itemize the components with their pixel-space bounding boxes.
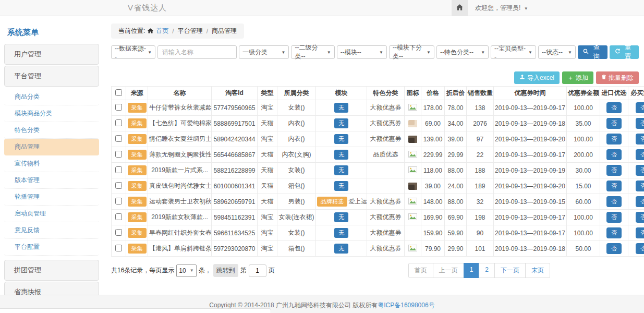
breadcrumb-home-link[interactable]: 首页 <box>156 27 168 35</box>
import-select-toggle[interactable]: 否 <box>606 196 622 207</box>
reset-button[interactable]: 重置 <box>610 45 639 59</box>
sidebar-subitem[interactable]: 版本管理 <box>4 172 99 189</box>
import-select-toggle[interactable]: 否 <box>606 180 622 191</box>
sidebar-group[interactable]: 用户管理 <box>4 44 99 65</box>
import-select-toggle[interactable]: 否 <box>606 134 622 145</box>
must-buy-toggle[interactable]: 否 <box>636 149 644 160</box>
coupon-time-cell: 2019-09-13—2019-09-18 <box>494 241 567 257</box>
sidebar-subitem[interactable]: 启动页管理 <box>4 206 99 222</box>
row-checkbox[interactable] <box>115 119 122 126</box>
must-buy-toggle[interactable]: 否 <box>636 102 644 113</box>
pager-button[interactable]: 2 <box>479 263 495 278</box>
module-badge[interactable]: 无 <box>334 212 348 222</box>
import-select-toggle[interactable]: 否 <box>606 149 622 160</box>
sidebar-subitem[interactable]: 特色分类 <box>4 122 99 139</box>
filter-status-select[interactable]: --状态-- ▼ <box>538 45 576 59</box>
pagination-row: 共16条记录，每页显示 10 ▼ 条， 跳转到 第 页 首页上一页12下一页末页 <box>111 263 639 278</box>
import-select-toggle[interactable]: 否 <box>606 118 622 129</box>
must-buy-toggle[interactable]: 否 <box>636 134 644 145</box>
filter-data-source-select[interactable]: --数据来源-- ▼ <box>111 45 155 59</box>
row-checkbox[interactable] <box>115 151 122 158</box>
module-badge[interactable]: 无 <box>334 150 348 160</box>
column-header: 模块 <box>316 87 367 100</box>
must-buy-toggle[interactable]: 否 <box>636 180 644 191</box>
module-cell: 无 <box>316 100 367 116</box>
must-buy-toggle[interactable]: 否 <box>636 196 644 207</box>
row-checkbox[interactable] <box>115 229 122 236</box>
select-value: --模块-- <box>341 48 361 57</box>
module-badge[interactable]: 无 <box>334 118 348 128</box>
select-value: --模块下分类-- <box>393 43 425 61</box>
caret-down-icon: ▼ <box>568 50 572 55</box>
row-checkbox[interactable] <box>115 104 122 111</box>
sidebar-subitem[interactable]: 商品管理 <box>4 139 99 155</box>
price-cell: 169.90 <box>421 210 445 225</box>
filter-module-sub-select[interactable]: --模块下分类-- ▼ <box>389 45 434 59</box>
must-buy-toggle[interactable]: 否 <box>636 165 644 176</box>
module-badge[interactable]: 品牌精选 <box>317 197 347 207</box>
import-excel-label: 导入excel <box>527 74 554 82</box>
row-checkbox[interactable] <box>115 198 122 204</box>
jump-button[interactable]: 跳转到 <box>213 264 238 277</box>
import-select-toggle[interactable]: 否 <box>606 102 622 113</box>
sidebar-subitem[interactable]: 宣传物料 <box>4 155 99 172</box>
type-cell: 淘宝 <box>258 225 277 241</box>
must-buy-cell: 否 <box>628 178 644 194</box>
taoke-id-cell: 597293020870 <box>212 241 258 257</box>
search-button-label: 查询 <box>591 43 602 61</box>
row-checkbox[interactable] <box>115 135 122 142</box>
module-badge[interactable]: 无 <box>334 228 348 238</box>
home-button[interactable] <box>452 0 468 16</box>
filter-category1-select[interactable]: 一级分类 ▼ <box>239 45 289 59</box>
sales-cell: 101 <box>467 241 494 257</box>
must-buy-toggle[interactable]: 否 <box>636 243 644 254</box>
pager-button[interactable]: 末页 <box>525 263 550 278</box>
icon-cell <box>405 194 421 210</box>
import-select-toggle[interactable]: 否 <box>606 212 622 223</box>
batch-delete-label: 批量删除 <box>609 74 634 82</box>
filter-module-select[interactable]: --模块-- ▼ <box>337 45 387 59</box>
pager-button[interactable]: 下一页 <box>494 263 526 278</box>
module-badge[interactable]: 无 <box>334 181 348 191</box>
name-search-input[interactable] <box>157 45 237 59</box>
module-badge[interactable]: 无 <box>334 165 348 175</box>
import-select-toggle[interactable]: 否 <box>606 243 622 254</box>
import-excel-button[interactable]: 导入excel <box>514 71 560 84</box>
filter-item-type-select[interactable]: --宝贝类型-- ▼ <box>491 45 536 59</box>
module-badge[interactable]: 无 <box>334 244 348 254</box>
select-value: --状态-- <box>542 48 563 57</box>
per-page-select[interactable]: 10 ▼ <box>176 264 196 277</box>
sidebar-subitem[interactable]: 模块商品分类 <box>4 105 99 122</box>
search-button[interactable]: 查询 <box>578 45 607 59</box>
icp-link[interactable]: 粤ICP备16098006号 <box>378 302 434 309</box>
sidebar-group[interactable]: 平台管理 <box>4 66 99 87</box>
sidebar-subitem[interactable]: 平台配置 <box>4 239 99 256</box>
must-buy-toggle[interactable]: 否 <box>636 118 644 129</box>
column-header: 淘客Id <box>212 87 258 100</box>
source-badge: 采集 <box>128 212 147 222</box>
module-badge[interactable]: 无 <box>334 103 348 113</box>
sidebar-group[interactable]: 拼团管理 <box>4 260 99 281</box>
row-checkbox[interactable] <box>115 166 122 173</box>
add-button[interactable]: ＋ 添加 <box>562 71 593 84</box>
page-number-input[interactable] <box>249 264 266 277</box>
top-bar: V省钱达人 欢迎您，管理员! ▼ <box>0 0 644 16</box>
welcome-menu[interactable]: 欢迎您，管理员! ▼ <box>475 4 528 13</box>
must-buy-toggle[interactable]: 否 <box>636 227 644 238</box>
import-select-toggle[interactable]: 否 <box>606 165 622 176</box>
must-buy-toggle[interactable]: 否 <box>636 212 644 223</box>
taoke-id-cell: 577479560965 <box>212 100 258 116</box>
row-checkbox[interactable] <box>115 182 122 189</box>
sidebar-subitem[interactable]: 商品分类 <box>4 89 99 105</box>
module-badge[interactable]: 无 <box>334 134 348 144</box>
row-checkbox[interactable] <box>115 245 122 251</box>
row-checkbox[interactable] <box>115 213 122 220</box>
sidebar-subitem[interactable]: 意见反馈 <box>4 222 99 239</box>
sidebar-subitem[interactable]: 轮播管理 <box>4 189 99 206</box>
filter-category2-select[interactable]: --二级分类-- ▼ <box>291 45 334 59</box>
import-select-toggle[interactable]: 否 <box>606 227 622 238</box>
pager-button[interactable]: 1 <box>464 263 480 278</box>
filter-feature-select[interactable]: --特色分类-- ▼ <box>436 45 489 59</box>
batch-delete-button[interactable]: 批量删除 <box>596 71 639 84</box>
select-all-checkbox[interactable] <box>115 89 122 96</box>
